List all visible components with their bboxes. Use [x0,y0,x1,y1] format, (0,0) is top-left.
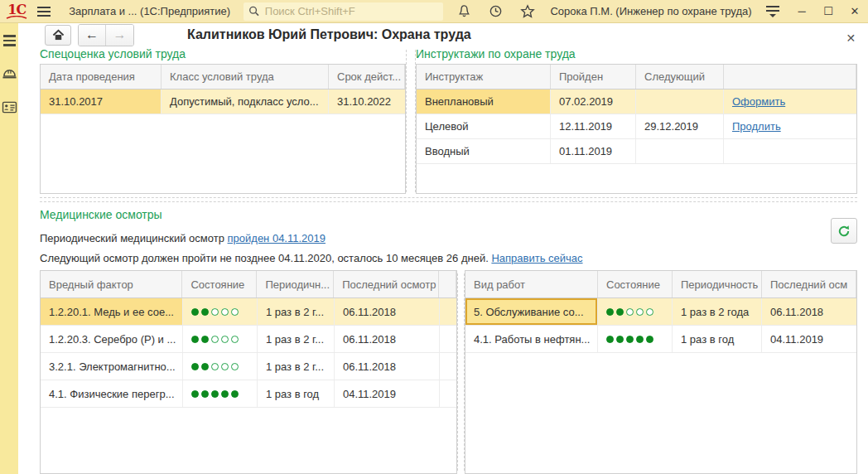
main-menu-button[interactable] [34,2,55,22]
status-dots [191,390,239,398]
issue-instruction-link[interactable]: Оформить [732,95,785,108]
column-header[interactable]: Срок дейст... [329,65,405,89]
notifications-button[interactable] [453,2,475,22]
column-header[interactable]: Инструктаж [417,65,551,89]
send-now-link[interactable]: Направить сейчас [491,252,582,264]
table-row[interactable]: 4.1. Физические перегр... 1 раз в год 04… [41,380,456,408]
sections-sidebar [0,23,18,474]
column-header[interactable]: Вид работ [465,271,598,297]
sidebar-personnel-section-button[interactable] [0,98,18,116]
medical-section: Медицинские осмотры Периодический медици… [40,203,857,270]
minimize-button[interactable]: ─ [788,2,815,22]
vertical-splitter[interactable] [406,50,416,192]
instruct-panel: Инструктажи по охране труда Инструктаж П… [416,46,857,196]
back-button[interactable]: ← [79,25,106,46]
form-close-button[interactable]: ✕ [846,31,856,45]
sidebar-safety-section-button[interactable] [0,65,18,83]
table-row[interactable]: Внеплановый 07.02.2019 Оформить [417,89,856,114]
prolong-instruction-link[interactable]: Продлить [732,120,781,133]
sidebar-menu-button[interactable] [0,31,18,50]
table-row[interactable]: 1.2.20.3. Серебро (Р) и ... 1 раз в 2 г.… [41,326,456,353]
works-table-header: Вид работ Состояние Периодичность Послед… [465,271,856,298]
horizontal-splitter[interactable] [40,197,857,202]
app-title: Зарплата и ... (1С:Предприятие) [69,5,230,17]
column-header[interactable]: Периодичность [673,271,762,297]
hazard-factors-table: Вредный фактор Состояние Периодичн... По… [40,270,457,474]
forward-button[interactable]: → [106,25,133,46]
home-button[interactable] [45,25,71,46]
table-row[interactable]: Целевой 12.11.2019 29.12.2019 Продлить [417,114,856,139]
table-empty-area [465,353,856,380]
history-button[interactable] [485,2,507,22]
vertical-splitter[interactable] [457,273,465,471]
work-types-table: Вид работ Состояние Периодичность Послед… [465,270,857,474]
service-menu-button[interactable] [762,2,784,22]
column-header[interactable]: Периодичн... [257,271,334,297]
column-header[interactable]: Последний осм [762,271,856,297]
service-menu-icon [766,6,779,17]
instruct-section-title: Инструктажи по охране труда [416,46,857,64]
column-header[interactable]: Пройден [551,65,636,89]
refresh-icon [837,225,851,238]
exam-passed-link[interactable]: пройден 04.11.2019 [228,232,326,244]
column-header[interactable]: Вредный фактор [41,271,182,297]
instruct-table: Инструктаж Пройден Следующий Внеплановый… [416,64,857,194]
favorites-button[interactable] [517,2,538,22]
status-dots [606,336,653,343]
hazards-table-header: Вредный фактор Состояние Периодичн... По… [41,271,456,298]
column-header[interactable]: Последний осмотр [334,271,439,297]
column-header[interactable]: Следующий [636,65,724,89]
form-header: ← → Калитников Юрий Петрович: Охрана тру… [18,23,868,46]
page-title: Калитников Юрий Петрович: Охрана труда [187,27,471,42]
column-header[interactable]: Дата проведения [41,65,162,89]
table-empty-area [417,164,856,189]
status-dots [191,308,239,316]
table-row[interactable]: 1.2.20.1. Медь и ее сое... 1 раз в 2 г..… [41,298,456,326]
instruct-table-header: Инструктаж Пройден Следующий [417,65,856,89]
main-content: ← → Калитников Юрий Петрович: Охрана тру… [18,23,868,474]
bottom-panels: Вредный фактор Состояние Периодичн... По… [40,270,857,474]
1c-logo-text: 1С [7,4,26,16]
table-empty-area [41,408,456,435]
current-user[interactable]: Сорока П.М. (Инженер по охране труда) [550,5,751,17]
close-window-button[interactable]: ✕ [841,2,868,22]
status-dots [191,363,239,370]
medical-section-title: Медицинские осмотры [40,207,857,225]
hamburger-icon [37,7,51,17]
refresh-button[interactable] [831,218,857,244]
maximize-button[interactable]: ☐ [815,2,841,22]
column-header[interactable]: Состояние [182,271,257,297]
table-row[interactable]: 4.1. Работы в нефтян... 1 раз в год 04.1… [465,326,856,353]
id-badge-icon [2,101,17,114]
top-panels: Спецоценка условий труда Дата проведения… [40,46,857,196]
table-row[interactable]: 5. Обслуживание со... 1 раз в 2 года 06.… [465,298,856,326]
window-controls: ─ ☐ ✕ [788,2,868,22]
1c-logo-swoosh [6,16,27,19]
bell-icon [457,4,471,18]
window-titlebar: 1С Зарплата и ... (1С:Предприятие) Сорок… [0,0,868,23]
search-icon [248,5,260,17]
hard-hat-icon [2,67,17,81]
back-icon: ← [85,28,99,41]
table-row[interactable]: 31.10.2017 Допустимый, подкласс усло... … [41,89,405,114]
sout-table-header: Дата проведения Класс условий труда Срок… [41,65,405,89]
star-icon [520,4,535,19]
medical-last-exam-line: Периодический медицинский осмотр пройден… [40,232,857,244]
column-header[interactable] [724,65,856,89]
home-icon [52,29,65,41]
column-header[interactable]: Состояние [598,271,673,297]
status-dots [606,308,653,316]
column-header[interactable]: Класс условий труда [162,65,329,89]
sout-table: Дата проведения Класс условий труда Срок… [40,64,406,194]
sout-panel: Спецоценка условий труда Дата проведения… [40,46,406,196]
menu-icon [3,35,16,46]
column-header[interactable] [439,271,456,297]
form-body: Спецоценка условий труда Дата проведения… [18,46,868,474]
table-row[interactable]: 3.2.1. Электромагнитно... 1 раз в 2 г...… [41,353,456,380]
global-search[interactable] [244,2,443,21]
sout-section-title: Спецоценка условий труда [40,46,406,64]
1c-logo: 1С [0,4,34,19]
forward-icon: → [113,28,127,41]
table-row[interactable]: Вводный 01.11.2019 [417,139,856,164]
search-input[interactable] [265,5,438,17]
